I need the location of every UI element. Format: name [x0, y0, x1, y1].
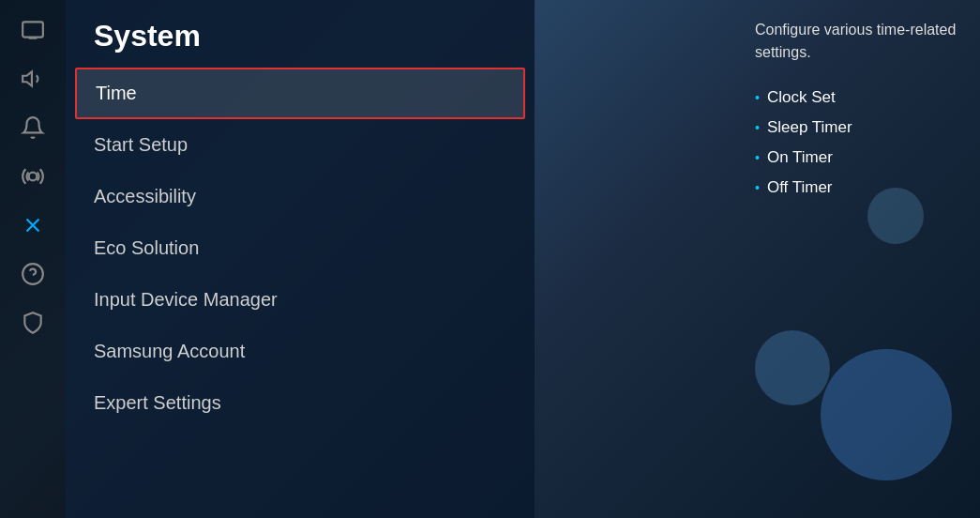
bullet-text: Clock Set [767, 88, 836, 107]
menu-item-samsung-account[interactable]: Samsung Account [66, 326, 535, 377]
picture-icon[interactable] [12, 9, 53, 51]
menu-item-start-setup[interactable]: Start Setup [66, 119, 535, 171]
info-bullet-item: •Sleep Timer [755, 113, 961, 143]
notifications-icon[interactable] [12, 107, 53, 148]
bullet-text: Off Timer [767, 178, 833, 197]
network-icon[interactable] [12, 156, 53, 197]
page-title: System [66, 9, 535, 68]
menu-item-expert-settings[interactable]: Expert Settings [66, 377, 535, 429]
support-icon[interactable] [12, 253, 53, 295]
svg-rect-0 [23, 22, 43, 37]
menu-item-time[interactable]: Time [75, 68, 525, 119]
info-bullet-item: •Off Timer [755, 173, 961, 203]
info-bullet-list: •Clock Set•Sleep Timer•On Timer•Off Time… [755, 83, 961, 203]
shield-icon[interactable] [12, 302, 53, 343]
bullet-icon: • [755, 90, 760, 105]
menu-item-input-device-manager[interactable]: Input Device Manager [66, 274, 535, 326]
system-icon[interactable] [12, 205, 53, 246]
bullet-text: Sleep Timer [767, 118, 852, 137]
info-bullet-item: •On Timer [755, 143, 961, 173]
info-description: Configure various time-related settings. [755, 19, 961, 64]
info-panel: Configure various time-related settings.… [736, 0, 980, 518]
menu-item-accessibility[interactable]: Accessibility [66, 171, 535, 222]
svg-point-4 [29, 173, 38, 181]
bullet-icon: • [755, 150, 760, 165]
bullet-icon: • [755, 180, 760, 195]
sidebar [0, 0, 66, 518]
menu-panel: System TimeStart SetupAccessibilityEco S… [66, 0, 535, 518]
menu-item-eco-solution[interactable]: Eco Solution [66, 222, 535, 274]
svg-marker-2 [23, 71, 32, 85]
menu-items-list: TimeStart SetupAccessibilityEco Solution… [66, 68, 535, 429]
bullet-text: On Timer [767, 148, 833, 167]
sound-icon[interactable] [12, 58, 53, 99]
info-bullet-item: •Clock Set [755, 83, 961, 113]
bullet-icon: • [755, 120, 760, 135]
